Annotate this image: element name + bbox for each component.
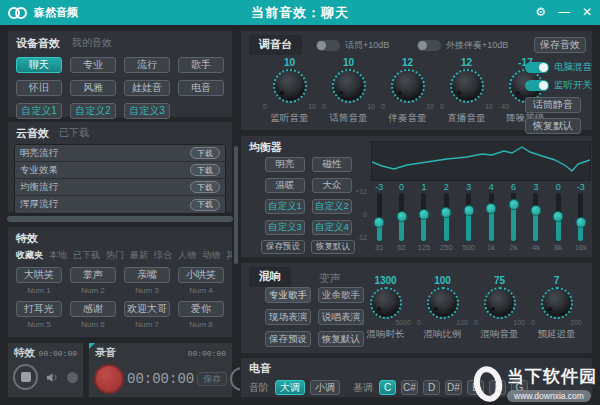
list-item[interactable]: 浑厚流行 下载 <box>15 196 225 213</box>
preset-button[interactable]: 怀旧 <box>16 80 62 96</box>
effect-button[interactable]: 欢迎大哥 <box>124 301 170 317</box>
eq-band-slider[interactable] <box>578 193 583 241</box>
preset-button[interactable]: 专业 <box>70 57 116 73</box>
eq-band-slider[interactable] <box>399 193 404 241</box>
mic-mute-button[interactable]: 话筒静音 <box>525 97 581 113</box>
tab-downloaded[interactable]: 已下载 <box>59 126 89 141</box>
eq-band-slider[interactable] <box>556 193 561 241</box>
eq-band-slider[interactable] <box>511 193 516 241</box>
reverb-volume-knob[interactable] <box>484 287 516 319</box>
mixer-reset-button[interactable]: 恢复默认 <box>525 118 581 134</box>
preset-button[interactable]: 歌手 <box>178 57 224 73</box>
settings-gear-icon[interactable]: ⚙ <box>535 0 546 25</box>
eq-preset-button-custom[interactable]: 自定义3 <box>265 220 305 235</box>
preset-button[interactable]: 流行 <box>124 57 170 73</box>
tab-hot[interactable]: 热门 <box>106 249 124 262</box>
save-effect-button[interactable]: 保存音效 <box>534 37 586 53</box>
effect-button[interactable]: 爱你 <box>178 301 224 317</box>
tab-general[interactable]: 综合 <box>154 249 172 262</box>
reverb-preset-button[interactable]: 现场表演 <box>265 309 311 325</box>
eq-preset-button[interactable]: 温暖 <box>265 178 305 193</box>
minimize-icon[interactable]: — <box>558 0 570 25</box>
eq-band-slider[interactable] <box>444 193 449 241</box>
toggle-on-icon[interactable] <box>525 62 549 73</box>
download-button[interactable]: 下载 <box>190 147 220 159</box>
tab-favorites[interactable]: 收藏夹 <box>16 249 43 262</box>
effect-button[interactable]: 打耳光 <box>16 301 62 317</box>
key-button[interactable]: C# <box>401 380 418 395</box>
eq-band-slider[interactable] <box>466 193 471 241</box>
monitor-switch[interactable]: 监听开关 <box>525 79 587 92</box>
toggle-on-icon[interactable] <box>525 80 549 91</box>
tab-my-effects[interactable]: 我的音效 <box>72 36 112 51</box>
effect-button[interactable]: 亲嘴 <box>124 267 170 283</box>
list-item[interactable]: 专业效果 下载 <box>15 162 225 179</box>
preset-button[interactable]: 风雅 <box>70 80 116 96</box>
key-button[interactable]: C <box>379 380 396 395</box>
eq-preset-button[interactable]: 明亮 <box>265 157 305 172</box>
monitor-volume-knob[interactable] <box>273 69 307 103</box>
close-icon[interactable]: ✕ <box>582 0 592 25</box>
scale-major-button[interactable]: 大调 <box>275 380 305 395</box>
key-button[interactable]: D# <box>445 380 462 395</box>
scale-minor-button[interactable]: 小调 <box>310 380 340 395</box>
effect-button[interactable]: 掌声 <box>70 267 116 283</box>
preset-button[interactable]: 娃娃音 <box>124 80 170 96</box>
eq-preset-button-custom[interactable]: 自定义2 <box>312 199 352 214</box>
reverb-time-knob[interactable] <box>370 287 402 319</box>
eq-preset-button[interactable]: 大众 <box>312 178 352 193</box>
tab-newest[interactable]: 最新 <box>130 249 148 262</box>
tab-other[interactable]: 其他 <box>226 249 232 262</box>
tab-animal[interactable]: 动物 <box>202 249 220 262</box>
reverb-save-preset-button[interactable]: 保存预设 <box>265 331 311 347</box>
effect-hotkey-label: Num 7 <box>124 320 170 329</box>
download-button[interactable]: 下载 <box>190 181 220 193</box>
aux-boost-toggle[interactable]: 外接伴奏+10dB <box>417 39 508 52</box>
preset-button-custom[interactable]: 自定义1 <box>16 103 62 119</box>
eq-preset-button-custom[interactable]: 自定义4 <box>312 220 352 235</box>
download-button[interactable]: 下载 <box>190 199 220 211</box>
tab-local[interactable]: 本地 <box>49 249 67 262</box>
preset-button-custom[interactable]: 自定义2 <box>70 103 116 119</box>
eq-preset-button[interactable]: 磁性 <box>312 157 352 172</box>
live-volume-knob[interactable] <box>450 69 484 103</box>
horizontal-scrollbar[interactable] <box>7 216 233 222</box>
eq-band-slider[interactable] <box>421 193 426 241</box>
eq-band-slider[interactable] <box>377 193 382 241</box>
eq-band-slider[interactable] <box>489 193 494 241</box>
pc-mix-switch[interactable]: 电脑混音 <box>525 61 587 74</box>
list-item[interactable]: 明亮流行 下载 <box>15 145 225 162</box>
download-button[interactable]: 下载 <box>190 164 220 176</box>
accompaniment-volume-knob[interactable] <box>391 69 425 103</box>
save-recording-button[interactable]: 保存 <box>197 372 227 386</box>
mic-boost-toggle[interactable]: 话筒+10dB <box>316 39 389 52</box>
tab-device-effects[interactable]: 设备音效 <box>16 36 60 51</box>
effect-button[interactable]: 感谢 <box>70 301 116 317</box>
eq-save-preset-button[interactable]: 保存预设 <box>261 240 305 254</box>
record-button[interactable] <box>94 364 124 394</box>
toggle-off-icon[interactable] <box>316 40 340 51</box>
preset-button[interactable]: 电音 <box>178 80 224 96</box>
list-item[interactable]: 均衡流行 下载 <box>15 179 225 196</box>
reverb-preset-button[interactable]: 专业歌手 <box>265 287 311 303</box>
mic-volume-knob[interactable] <box>332 69 366 103</box>
speaker-icon[interactable] <box>45 370 60 385</box>
eq-reset-button[interactable]: 恢复默认 <box>311 240 355 254</box>
reverb-ratio-knob[interactable] <box>427 287 459 319</box>
stop-effect-button[interactable] <box>13 364 38 390</box>
eq-preset-button-custom[interactable]: 自定义1 <box>265 199 305 214</box>
key-button[interactable]: D <box>423 380 440 395</box>
preset-button-custom[interactable]: 自定义3 <box>124 103 170 119</box>
effect-button[interactable]: 小哄笑 <box>178 267 224 283</box>
tab-voice-change[interactable]: 变声 <box>319 271 341 286</box>
vertical-scrollbar[interactable] <box>234 146 238 264</box>
eq-band-slider[interactable] <box>533 193 538 241</box>
tab-downloaded[interactable]: 已下载 <box>73 249 100 262</box>
toggle-off-icon[interactable] <box>417 40 441 51</box>
pre-delay-knob[interactable] <box>541 287 573 319</box>
cloud-effects-title[interactable]: 云音效 <box>16 126 49 141</box>
tab-people[interactable]: 人物 <box>178 249 196 262</box>
preset-button-chat[interactable]: 聊天 <box>16 57 62 73</box>
tab-reverb[interactable]: 混响 <box>249 267 291 287</box>
effect-button[interactable]: 大哄笑 <box>16 267 62 283</box>
